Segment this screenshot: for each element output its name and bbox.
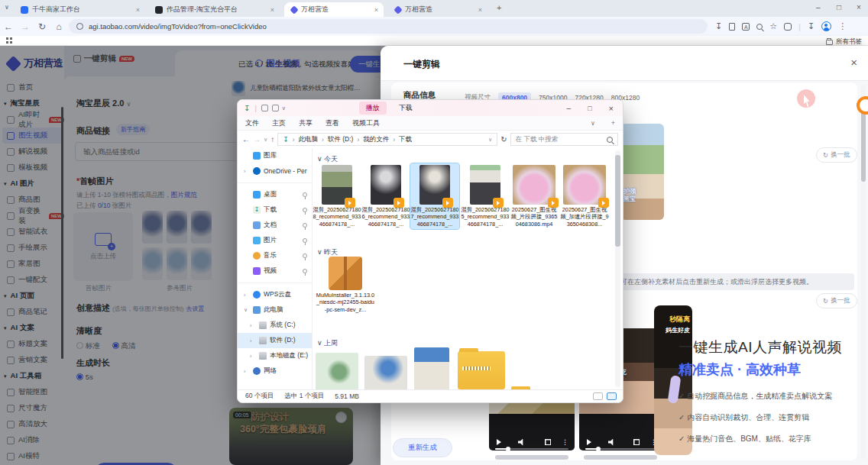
reload-icon[interactable]: ↻	[34, 21, 50, 32]
forward-icon[interactable]: →	[17, 21, 34, 32]
kebab-menu-icon[interactable]: ⋮	[838, 21, 847, 31]
file-item-installer[interactable]: MuMuInstaller_3.1.13.0_niesdc-mj22455-ba…	[316, 257, 375, 313]
window-minimize-button[interactable]: –	[816, 3, 821, 11]
list-view-toggle[interactable]	[593, 392, 603, 400]
file-item-selected[interactable]: 混剪_202506271807_recommend_933466874178_.…	[410, 163, 459, 229]
nav-pictures[interactable]: 图片	[238, 233, 312, 248]
ribbon-collapse-icon[interactable]: ∨	[591, 120, 595, 127]
volume-icon[interactable]	[608, 439, 615, 446]
window-maximize-button[interactable]: □	[837, 3, 841, 11]
profile-avatar[interactable]	[821, 21, 831, 31]
file-item[interactable]: 混剪_202506271806_recommend_933466874178_.…	[361, 165, 410, 228]
tab-close-icon[interactable]: ×	[374, 6, 378, 14]
browser-tab-4[interactable]: 万相营造 ×	[388, 2, 487, 17]
zip-folder-icon[interactable]	[458, 351, 505, 389]
window-close-button[interactable]: ×	[609, 104, 614, 113]
explorer-search-box[interactable]: 在 下载 中搜索	[510, 133, 618, 146]
group-header-lastweek[interactable]: ∨ 上周	[317, 338, 338, 348]
explorer-scrollbar[interactable]	[615, 150, 620, 387]
nav-network[interactable]: ›网络	[238, 363, 312, 379]
nav-wps-cloud[interactable]: ›WPS云盘	[238, 287, 312, 302]
nav-drive-e[interactable]: ›本地磁盘 (E:)	[238, 348, 312, 363]
tab-close-icon[interactable]: ×	[270, 6, 274, 14]
nav-music[interactable]: 音乐	[238, 248, 312, 263]
nav-downloads[interactable]: ↧下载	[238, 202, 312, 218]
nav-drive-c[interactable]: ›系统 (C:)	[238, 318, 312, 333]
window-close-button[interactable]: ×	[857, 3, 861, 11]
up-icon[interactable]: ↑	[270, 135, 274, 144]
crumb-downloads[interactable]: 下载	[399, 135, 412, 144]
group-header-today[interactable]: ∨ 今天	[317, 154, 338, 164]
modal-close-icon[interactable]: ×	[850, 56, 857, 69]
crumb-my-files[interactable]: 我的文件	[363, 135, 389, 144]
new-tab-button[interactable]: +	[497, 3, 501, 12]
progress-bar[interactable]	[585, 448, 657, 450]
tab-search-icon[interactable]: ∨	[5, 4, 9, 11]
crumb-drive-d[interactable]: 软件 (D:)	[328, 135, 354, 144]
address-bar[interactable]: agi.taobao.com/video/imgToVideo?from=one…	[69, 19, 708, 34]
nav-videos[interactable]: 视频	[238, 263, 312, 279]
selected-clip-thumbnail[interactable]: 护颈 黑宝	[620, 124, 664, 220]
play-icon[interactable]	[587, 439, 591, 445]
browser-tab-1[interactable]: 千牛商家工作台 ×	[15, 2, 145, 17]
home-icon[interactable]: ⌂	[50, 21, 67, 32]
nav-desktop[interactable]: 桌面	[238, 187, 312, 202]
breadcrumb[interactable]: ↧ ›此电脑 ›软件 (D:) ›我的文件 ›下载 ∨	[277, 133, 497, 146]
play-icon[interactable]	[497, 439, 501, 445]
menu-share[interactable]: 共享	[299, 118, 313, 128]
file-item[interactable]: 混剪_202506271805_recommend_933466874178_.…	[461, 165, 510, 228]
bookmark-star-icon[interactable]: ☆	[769, 21, 777, 31]
site-info-icon[interactable]	[76, 23, 83, 30]
regenerate-button[interactable]: 重新生成	[393, 438, 452, 457]
nav-drive-d[interactable]: ›软件 (D:)	[238, 333, 312, 348]
zoom-search-icon[interactable]	[756, 24, 763, 30]
menu-home[interactable]: 主页	[272, 118, 286, 128]
window-maximize-button[interactable]: □	[588, 105, 591, 112]
nav-onedrive[interactable]: ›OneDrive - Per	[238, 163, 312, 179]
download-page-icon[interactable]: ↧	[715, 21, 722, 31]
clipboard-icon[interactable]	[729, 23, 735, 31]
image-file-thumbnail[interactable]	[414, 347, 449, 389]
apps-grid-icon[interactable]	[6, 37, 8, 40]
tab-close-icon[interactable]: ×	[136, 6, 140, 14]
video-tools-play-tab[interactable]: 播放	[359, 102, 387, 115]
browser-tab-2[interactable]: 作品管理-淘宝光合平台 ×	[150, 2, 280, 17]
file-item[interactable]: 20250627_图生视频_加速片段拼接_93650468308...	[560, 165, 609, 228]
fullscreen-icon[interactable]	[545, 439, 551, 445]
kebab-menu-icon[interactable]: ⋮	[562, 438, 568, 446]
extensions-icon[interactable]	[784, 23, 792, 31]
translate-icon[interactable]: A	[742, 23, 750, 31]
file-item[interactable]: 混剪_202506271808_recommend_933466874178_.…	[313, 165, 361, 228]
ribbon-help-icon[interactable]: +	[611, 119, 615, 127]
refresh-icon[interactable]: ↻	[500, 135, 507, 144]
chevron-down-icon[interactable]: ∨	[282, 105, 286, 111]
quick-access-icon[interactable]	[272, 105, 279, 111]
back-icon[interactable]: ←	[0, 21, 17, 32]
explorer-title-bar[interactable]: ↧ | ∨ 播放 下载 – □ ×	[238, 100, 623, 116]
refresh-batch-button-1[interactable]: ↻换一批	[816, 147, 857, 163]
nav-documents[interactable]: 文档	[238, 218, 312, 233]
recent-locations-icon[interactable]: ∨	[264, 137, 267, 143]
fullscreen-icon[interactable]	[633, 439, 640, 445]
modal-scrollbar[interactable]	[861, 84, 866, 460]
image-file-thumbnail[interactable]	[316, 353, 358, 389]
menu-view[interactable]: 查看	[326, 118, 339, 128]
floating-promo-badge[interactable]	[857, 96, 868, 115]
chevron-down-icon[interactable]: ∨	[488, 137, 492, 143]
browser-tab-3-active[interactable]: 万相营造 ×	[284, 2, 384, 17]
menu-video-tools[interactable]: 视频工具	[352, 118, 380, 128]
thumbnail-view-toggle[interactable]	[607, 392, 617, 400]
nav-this-pc[interactable]: ∨此电脑	[238, 302, 312, 318]
nav-gallery[interactable]: 图库	[238, 148, 312, 163]
forward-icon[interactable]: →	[253, 135, 261, 144]
quick-access-icon[interactable]	[261, 105, 268, 111]
refresh-batch-button-2[interactable]: ↻换一批	[816, 293, 857, 308]
menu-file[interactable]: 文件	[245, 118, 259, 128]
back-icon[interactable]: ←	[242, 135, 250, 144]
downloads-tray-icon[interactable]: ↧	[808, 21, 815, 31]
crumb-this-pc[interactable]: 此电脑	[299, 135, 319, 144]
progress-bar[interactable]	[495, 448, 568, 450]
tab-close-icon[interactable]: ×	[478, 6, 482, 14]
window-minimize-button[interactable]: –	[567, 104, 572, 112]
file-item[interactable]: 20250627_图生视频_片段拼接_936504683086.mp4	[510, 165, 559, 228]
